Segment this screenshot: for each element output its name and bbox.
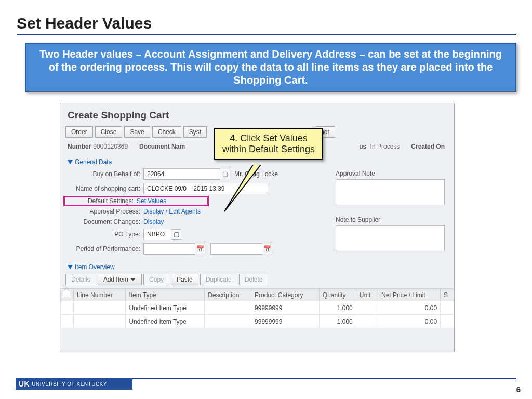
cell-item-type: Undefined Item Type xyxy=(126,301,205,315)
copy-icon xyxy=(64,291,70,297)
item-table: Line Number Item Type Description Produc… xyxy=(60,288,454,328)
number-label: Number xyxy=(68,143,91,150)
step-callout: 4. Click Set Values within Default Setti… xyxy=(214,128,323,160)
default-settings-label: Default Settings: xyxy=(67,197,137,205)
calendar-icon[interactable]: 📅 xyxy=(195,244,205,254)
col-quantity[interactable]: Quantity xyxy=(319,289,356,301)
col-unit[interactable]: Unit xyxy=(356,289,378,301)
uk-logo: UK UNIVERSITY OF KENTUCKY xyxy=(16,378,132,390)
title-rule xyxy=(17,34,516,35)
save-button[interactable]: Save xyxy=(124,126,150,138)
note-to-supplier-group: Note to Supplier xyxy=(336,216,445,251)
syst-button[interactable]: Syst xyxy=(183,126,207,138)
paste-button[interactable]: Paste xyxy=(171,274,198,285)
display-edit-agents-link[interactable]: Display / Edit Agents xyxy=(143,208,201,215)
table-row[interactable]: Undefined Item Type 99999999 1.000 0.00 xyxy=(61,301,454,315)
item-overview-header[interactable]: Item Overview xyxy=(60,260,454,272)
pop-from-input[interactable] xyxy=(143,243,195,255)
po-type-input[interactable] xyxy=(143,229,171,240)
cell-price: 0.00 xyxy=(378,315,441,328)
set-values-link[interactable]: Set Values xyxy=(137,197,166,205)
document-name-label: Document Nam xyxy=(139,143,185,150)
details-button: Details xyxy=(65,274,96,285)
cart-name-label: Name of shopping cart: xyxy=(68,185,143,192)
approval-note-group: Approval Note xyxy=(336,170,445,205)
col-net-price[interactable]: Net Price / Limit xyxy=(378,289,441,301)
cell-item-type: Undefined Item Type xyxy=(126,315,205,328)
add-item-button[interactable]: Add Item ⏷ xyxy=(98,274,142,285)
status-label: us xyxy=(359,143,366,150)
note-to-supplier-label: Note to Supplier xyxy=(336,216,445,223)
approval-note-label: Approval Note xyxy=(336,170,445,177)
document-changes-label: Document Changes: xyxy=(68,218,143,225)
triangle-down-icon xyxy=(68,160,73,164)
approval-process-label: Approval Process: xyxy=(68,208,143,215)
note-to-supplier-textarea[interactable] xyxy=(336,225,445,251)
po-type-label: PO Type: xyxy=(68,231,143,238)
status-value: In Process xyxy=(370,143,400,150)
cell-price: 0.00 xyxy=(378,301,441,315)
col-description[interactable]: Description xyxy=(205,289,251,301)
description-box: Two Header values – Account Assignment a… xyxy=(25,43,516,92)
search-help-icon[interactable]: ▢ xyxy=(171,229,181,240)
close-button[interactable]: Close xyxy=(95,126,123,138)
buy-on-behalf-label: Buy on Behalf of: xyxy=(68,170,143,178)
number-value: 9000120369 xyxy=(93,143,128,150)
display-link[interactable]: Display xyxy=(143,218,164,225)
app-title: Create Shopping Cart xyxy=(60,103,454,126)
table-row[interactable]: Undefined Item Type 99999999 1.000 0.00 xyxy=(61,315,454,328)
page-number: 6 xyxy=(516,385,521,394)
col-product-category[interactable]: Product Category xyxy=(251,289,320,301)
cell-quantity: 1.000 xyxy=(319,301,356,315)
svg-marker-0 xyxy=(224,165,261,211)
col-line-number[interactable]: Line Number xyxy=(74,289,126,301)
copy-button: Copy xyxy=(143,274,169,285)
cell-quantity: 1.000 xyxy=(319,315,356,328)
order-button[interactable]: Order xyxy=(65,126,93,138)
check-button[interactable]: Check xyxy=(152,126,181,138)
created-on-label: Created On xyxy=(411,143,445,150)
slide-title: Set Header Values xyxy=(0,0,532,32)
buy-on-behalf-input[interactable] xyxy=(143,168,220,180)
col-s[interactable]: S xyxy=(441,289,454,301)
cell-product-category: 99999999 xyxy=(251,315,320,328)
period-of-performance-label: Period of Performance: xyxy=(68,245,143,252)
general-data-label: General Data xyxy=(75,158,112,166)
callout-tail-icon xyxy=(224,165,266,215)
uk-logo-text: UNIVERSITY OF KENTUCKY xyxy=(32,381,107,387)
calendar-icon[interactable]: 📅 xyxy=(262,244,272,254)
pop-to-input[interactable] xyxy=(210,243,262,255)
cell-product-category: 99999999 xyxy=(251,301,320,315)
item-toolbar: Details Add Item ⏷ Copy Paste Duplicate … xyxy=(60,272,454,288)
item-overview-label: Item Overview xyxy=(75,263,115,271)
col-item-type[interactable]: Item Type xyxy=(126,289,205,301)
duplicate-button: Duplicate xyxy=(200,274,237,285)
triangle-down-icon xyxy=(68,265,73,269)
uk-logo-prefix: UK xyxy=(19,380,30,388)
approval-note-textarea[interactable] xyxy=(336,179,445,205)
delete-button: Delete xyxy=(239,274,269,285)
default-settings-highlight: Default Settings: Set Values xyxy=(63,196,209,206)
